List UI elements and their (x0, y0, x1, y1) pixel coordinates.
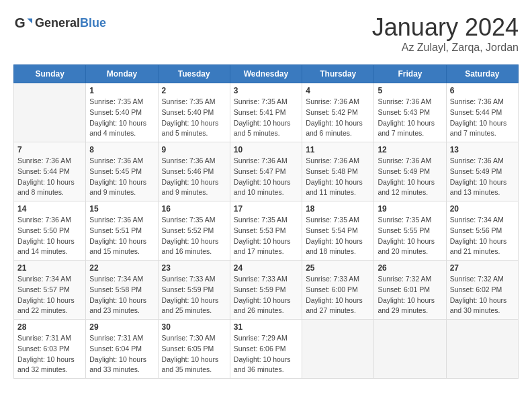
day-info: Sunrise: 7:35 AMSunset: 5:41 PMDaylight:… (234, 97, 298, 139)
calendar-cell: 15Sunrise: 7:36 AMSunset: 5:51 PMDayligh… (86, 201, 158, 261)
day-number: 2 (162, 86, 226, 95)
calendar-cell: 14Sunrise: 7:36 AMSunset: 5:50 PMDayligh… (14, 201, 86, 261)
weekday-header-thursday: Thursday (302, 65, 374, 83)
day-info: Sunrise: 7:32 AMSunset: 6:02 PMDaylight:… (450, 274, 515, 316)
day-info: Sunrise: 7:35 AMSunset: 5:53 PMDaylight:… (234, 215, 298, 257)
day-number: 17 (234, 204, 298, 214)
day-number: 19 (378, 204, 442, 214)
calendar-cell (302, 320, 374, 379)
location-title: Az Zulayl, Zarqa, Jordan (372, 42, 519, 54)
day-number: 9 (162, 145, 226, 154)
calendar-cell: 13Sunrise: 7:36 AMSunset: 5:49 PMDayligh… (446, 142, 518, 201)
title-area: January 2024 Az Zulayl, Zarqa, Jordan (372, 13, 519, 54)
calendar-cell (446, 320, 518, 379)
day-number: 6 (450, 86, 515, 95)
day-info: Sunrise: 7:35 AMSunset: 5:52 PMDaylight:… (162, 215, 226, 257)
day-number: 5 (378, 86, 442, 95)
day-number: 29 (89, 322, 154, 332)
calendar-cell: 1Sunrise: 7:35 AMSunset: 5:40 PMDaylight… (86, 83, 158, 142)
calendar-cell: 12Sunrise: 7:36 AMSunset: 5:49 PMDayligh… (374, 142, 446, 201)
calendar-cell: 22Sunrise: 7:34 AMSunset: 5:58 PMDayligh… (86, 261, 158, 320)
day-info: Sunrise: 7:34 AMSunset: 5:58 PMDaylight:… (89, 274, 154, 316)
day-number: 13 (450, 145, 515, 154)
calendar-cell: 20Sunrise: 7:34 AMSunset: 5:56 PMDayligh… (446, 201, 518, 261)
day-info: Sunrise: 7:35 AMSunset: 5:40 PMDaylight:… (89, 97, 154, 139)
calendar-cell: 26Sunrise: 7:32 AMSunset: 6:01 PMDayligh… (374, 261, 446, 320)
calendar-cell: 27Sunrise: 7:32 AMSunset: 6:02 PMDayligh… (446, 261, 518, 320)
calendar-week-row: 21Sunrise: 7:34 AMSunset: 5:57 PMDayligh… (14, 261, 519, 320)
calendar-week-row: 14Sunrise: 7:36 AMSunset: 5:50 PMDayligh… (14, 201, 519, 261)
calendar-cell: 30Sunrise: 7:30 AMSunset: 6:05 PMDayligh… (158, 320, 230, 379)
calendar-cell: 3Sunrise: 7:35 AMSunset: 5:41 PMDaylight… (230, 83, 302, 142)
day-number: 22 (89, 263, 154, 273)
day-number: 1 (89, 86, 154, 95)
calendar-cell: 24Sunrise: 7:33 AMSunset: 5:59 PMDayligh… (230, 261, 302, 320)
day-info: Sunrise: 7:36 AMSunset: 5:47 PMDaylight:… (234, 156, 298, 198)
calendar-cell: 11Sunrise: 7:36 AMSunset: 5:48 PMDayligh… (302, 142, 374, 201)
calendar-cell: 5Sunrise: 7:36 AMSunset: 5:43 PMDaylight… (374, 83, 446, 142)
day-info: Sunrise: 7:29 AMSunset: 6:06 PMDaylight:… (234, 333, 298, 375)
calendar-cell (14, 83, 86, 142)
weekday-header-sunday: Sunday (14, 65, 86, 83)
day-info: Sunrise: 7:35 AMSunset: 5:55 PMDaylight:… (378, 215, 442, 257)
day-info: Sunrise: 7:36 AMSunset: 5:44 PMDaylight:… (17, 156, 82, 198)
day-info: Sunrise: 7:36 AMSunset: 5:42 PMDaylight:… (306, 97, 370, 139)
calendar-cell: 17Sunrise: 7:35 AMSunset: 5:53 PMDayligh… (230, 201, 302, 261)
day-info: Sunrise: 7:36 AMSunset: 5:45 PMDaylight:… (89, 156, 154, 198)
day-number: 25 (306, 263, 370, 273)
calendar-cell: 28Sunrise: 7:31 AMSunset: 6:03 PMDayligh… (14, 320, 86, 379)
logo-text-general: General (35, 16, 80, 30)
day-info: Sunrise: 7:35 AMSunset: 5:54 PMDaylight:… (306, 215, 370, 257)
calendar-cell: 16Sunrise: 7:35 AMSunset: 5:52 PMDayligh… (158, 201, 230, 261)
weekday-header-tuesday: Tuesday (158, 65, 230, 83)
day-number: 24 (234, 263, 298, 273)
calendar-cell: 8Sunrise: 7:36 AMSunset: 5:45 PMDaylight… (86, 142, 158, 201)
day-number: 28 (17, 322, 82, 332)
day-info: Sunrise: 7:36 AMSunset: 5:48 PMDaylight:… (306, 156, 370, 198)
day-info: Sunrise: 7:36 AMSunset: 5:43 PMDaylight:… (378, 97, 442, 139)
day-info: Sunrise: 7:33 AMSunset: 5:59 PMDaylight:… (162, 274, 226, 316)
day-number: 21 (17, 263, 82, 273)
calendar-cell: 25Sunrise: 7:33 AMSunset: 6:00 PMDayligh… (302, 261, 374, 320)
calendar-cell: 9Sunrise: 7:36 AMSunset: 5:46 PMDaylight… (158, 142, 230, 201)
day-number: 4 (306, 86, 370, 95)
day-info: Sunrise: 7:36 AMSunset: 5:49 PMDaylight:… (378, 156, 442, 198)
day-number: 20 (450, 204, 515, 214)
calendar-cell: 21Sunrise: 7:34 AMSunset: 5:57 PMDayligh… (14, 261, 86, 320)
day-info: Sunrise: 7:34 AMSunset: 5:56 PMDaylight:… (450, 215, 515, 257)
day-number: 15 (89, 204, 154, 214)
day-info: Sunrise: 7:36 AMSunset: 5:46 PMDaylight:… (162, 156, 226, 198)
day-number: 3 (234, 86, 298, 95)
calendar-cell: 10Sunrise: 7:36 AMSunset: 5:47 PMDayligh… (230, 142, 302, 201)
svg-text:G: G (15, 15, 26, 30)
calendar-cell (374, 320, 446, 379)
weekday-header-saturday: Saturday (446, 65, 518, 83)
weekday-header-friday: Friday (374, 65, 446, 83)
calendar-cell: 29Sunrise: 7:31 AMSunset: 6:04 PMDayligh… (86, 320, 158, 379)
day-info: Sunrise: 7:36 AMSunset: 5:50 PMDaylight:… (17, 215, 82, 257)
calendar-week-row: 7Sunrise: 7:36 AMSunset: 5:44 PMDaylight… (14, 142, 519, 201)
day-info: Sunrise: 7:36 AMSunset: 5:44 PMDaylight:… (450, 97, 515, 139)
day-number: 23 (162, 263, 226, 273)
day-info: Sunrise: 7:33 AMSunset: 6:00 PMDaylight:… (306, 274, 370, 316)
day-info: Sunrise: 7:32 AMSunset: 6:01 PMDaylight:… (378, 274, 442, 316)
calendar-week-row: 28Sunrise: 7:31 AMSunset: 6:03 PMDayligh… (14, 320, 519, 379)
day-number: 31 (234, 322, 298, 332)
calendar-cell: 4Sunrise: 7:36 AMSunset: 5:42 PMDaylight… (302, 83, 374, 142)
calendar-table: SundayMondayTuesdayWednesdayThursdayFrid… (13, 64, 519, 379)
day-number: 16 (162, 204, 226, 214)
day-info: Sunrise: 7:36 AMSunset: 5:49 PMDaylight:… (450, 156, 515, 198)
logo-icon: G (13, 13, 32, 32)
day-info: Sunrise: 7:33 AMSunset: 5:59 PMDaylight:… (234, 274, 298, 316)
calendar-cell: 31Sunrise: 7:29 AMSunset: 6:06 PMDayligh… (230, 320, 302, 379)
day-info: Sunrise: 7:34 AMSunset: 5:57 PMDaylight:… (17, 274, 82, 316)
calendar-cell: 2Sunrise: 7:35 AMSunset: 5:40 PMDaylight… (158, 83, 230, 142)
calendar-cell: 18Sunrise: 7:35 AMSunset: 5:54 PMDayligh… (302, 201, 374, 261)
day-number: 11 (306, 145, 370, 154)
day-number: 26 (378, 263, 442, 273)
day-info: Sunrise: 7:30 AMSunset: 6:05 PMDaylight:… (162, 333, 226, 375)
day-info: Sunrise: 7:31 AMSunset: 6:03 PMDaylight:… (17, 333, 82, 375)
calendar-cell: 6Sunrise: 7:36 AMSunset: 5:44 PMDaylight… (446, 83, 518, 142)
header: G GeneralBlue January 2024 Az Zulayl, Za… (13, 13, 519, 54)
day-number: 7 (17, 145, 82, 154)
